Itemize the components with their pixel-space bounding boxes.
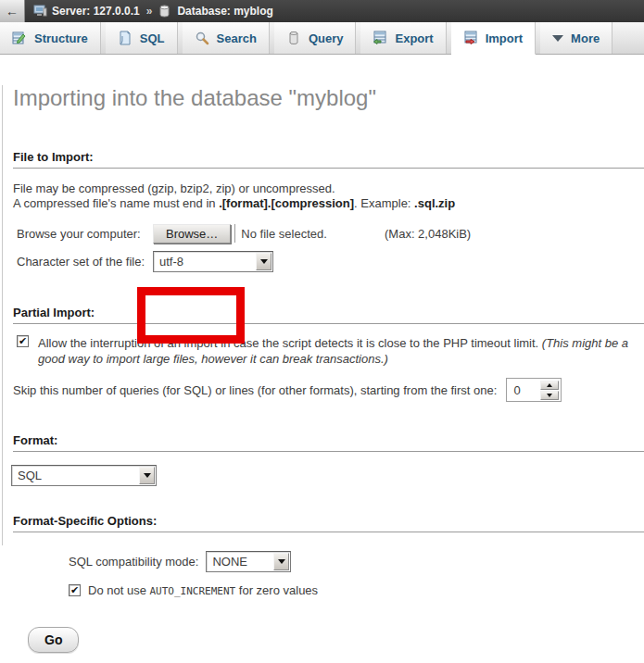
skip-queries-value: 0 bbox=[509, 383, 540, 397]
charset-label: Character set of the file: bbox=[17, 255, 153, 269]
charset-selected-value: utf-8 bbox=[154, 255, 189, 269]
tab-label: Query bbox=[309, 31, 344, 45]
browse-row: Browse your computer: Browse… No file se… bbox=[0, 222, 644, 244]
breadcrumb-server[interactable]: Server: 127.0.0.1 bbox=[52, 5, 140, 18]
database-icon bbox=[158, 5, 172, 18]
dropdown-arrow-icon[interactable] bbox=[273, 553, 289, 570]
tab-search[interactable]: Search bbox=[183, 22, 270, 54]
charset-select[interactable]: utf-8 bbox=[153, 251, 273, 272]
tab-structure[interactable]: Structure bbox=[0, 22, 101, 54]
search-icon bbox=[195, 31, 209, 45]
browse-button[interactable]: Browse… bbox=[153, 224, 231, 244]
stepper-up-button[interactable] bbox=[540, 381, 559, 390]
allow-interrupt-checkbox[interactable]: ✔ bbox=[17, 335, 29, 347]
breadcrumb: Server: 127.0.0.1 » Database: myblog bbox=[33, 5, 273, 18]
max-size-note: (Max: 2,048KiB) bbox=[385, 227, 471, 241]
example-filename: .sql.zip bbox=[414, 196, 455, 210]
back-button[interactable]: ← bbox=[0, 0, 25, 22]
tab-label: Search bbox=[217, 31, 257, 45]
tab-label: Structure bbox=[34, 31, 88, 45]
compress-line: File may be compressed (gzip, bzip2, zip… bbox=[13, 181, 644, 196]
export-icon bbox=[373, 31, 387, 45]
dropdown-arrow-icon[interactable] bbox=[256, 253, 271, 270]
stepper-buttons bbox=[540, 381, 559, 400]
tab-strip: Structure SQL Search Query bbox=[0, 22, 644, 55]
back-arrow-icon: ← bbox=[6, 4, 19, 19]
format-select[interactable]: SQL bbox=[11, 465, 157, 486]
section-heading-format-specific: Format-Specific Options: bbox=[13, 514, 644, 532]
structure-icon bbox=[12, 31, 27, 45]
sql-compat-select[interactable]: NONE bbox=[206, 551, 291, 572]
file-import-description: File may be compressed (gzip, bzip2, zip… bbox=[13, 181, 644, 211]
naming-line: A compressed file's name must end in .[f… bbox=[13, 196, 644, 211]
tab-import[interactable]: Import bbox=[451, 22, 536, 55]
charset-row: Character set of the file: utf-8 bbox=[0, 250, 644, 272]
section-heading-format: Format: bbox=[13, 433, 644, 452]
section-heading-partial-import: Partial Import: bbox=[13, 306, 644, 324]
skip-queries-label: Skip this number of queries (for SQL) or… bbox=[13, 383, 497, 397]
content-left-border bbox=[2, 85, 3, 545]
tab-query[interactable]: Query bbox=[274, 22, 357, 54]
dropdown-arrow-icon[interactable] bbox=[139, 467, 155, 484]
format-row: SQL bbox=[0, 465, 644, 486]
auto-increment-row: ✔ Do not use AUTO_INCREMENT for zero val… bbox=[0, 583, 644, 597]
tab-label: More bbox=[571, 31, 600, 45]
tab-label: Import bbox=[486, 31, 523, 45]
browse-label: Browse your computer: bbox=[17, 227, 153, 241]
file-input: Browse… No file selected. bbox=[153, 224, 327, 244]
format-selected-value: SQL bbox=[12, 469, 47, 482]
sql-compat-row: SQL compatibility mode: NONE bbox=[0, 551, 644, 572]
skip-queries-row: Skip this number of queries (for SQL) or… bbox=[0, 378, 644, 402]
skip-queries-stepper[interactable]: 0 bbox=[506, 378, 562, 402]
page-content: Importing into the database "myblog" Fil… bbox=[0, 85, 644, 663]
stepper-down-button[interactable] bbox=[540, 391, 559, 400]
auto-increment-text: Do not use AUTO_INCREMENT for zero value… bbox=[88, 583, 318, 597]
allow-interrupt-text: Allow the interruption of an import in c… bbox=[38, 335, 631, 367]
chevron-down-icon bbox=[552, 35, 563, 42]
query-icon bbox=[286, 31, 301, 45]
page-title: Importing into the database "myblog" bbox=[13, 85, 644, 111]
section-heading-file-to-import: File to Import: bbox=[13, 150, 644, 169]
tab-more[interactable]: More bbox=[540, 22, 612, 54]
tab-label: Export bbox=[395, 31, 433, 45]
sql-icon bbox=[118, 31, 133, 45]
breadcrumb-separator: » bbox=[146, 5, 153, 18]
go-button[interactable]: Go bbox=[28, 627, 79, 653]
breadcrumb-database[interactable]: Database: myblog bbox=[177, 5, 272, 18]
server-icon bbox=[33, 5, 47, 18]
breadcrumb-bar: ← Server: 127.0.0.1 » Database: myblog bbox=[0, 0, 644, 22]
file-input-divider bbox=[234, 224, 235, 243]
import-icon bbox=[463, 31, 478, 45]
allow-interrupt-row: ✔ Allow the interruption of an import in… bbox=[17, 335, 631, 367]
format-compression-pattern: .[format].[compression] bbox=[219, 196, 354, 210]
sql-compat-label: SQL compatibility mode: bbox=[69, 555, 198, 569]
no-file-selected-text: No file selected. bbox=[241, 227, 327, 241]
tab-label: SQL bbox=[140, 31, 165, 45]
sql-compat-selected-value: NONE bbox=[207, 555, 253, 569]
auto-increment-code: AUTO_INCREMENT bbox=[150, 585, 236, 597]
auto-increment-checkbox[interactable]: ✔ bbox=[69, 584, 81, 596]
tab-sql[interactable]: SQL bbox=[106, 22, 178, 54]
tab-export[interactable]: Export bbox=[360, 22, 446, 54]
